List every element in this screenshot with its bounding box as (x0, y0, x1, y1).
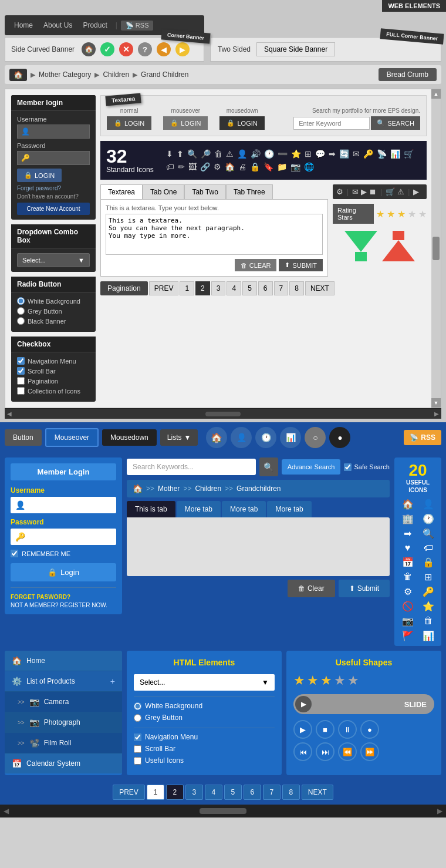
blue-password-input[interactable]: 🔑 (11, 529, 116, 545)
html-radio-input-1[interactable] (134, 702, 141, 710)
username-field[interactable]: 👤 (17, 125, 90, 139)
blue-btn-mouseover[interactable]: Mouseover (45, 428, 99, 447)
checkbox-input-1[interactable] (17, 357, 25, 365)
scroll-thumb[interactable] (433, 237, 440, 260)
toolbar-email-icon[interactable]: ✉ (352, 187, 359, 196)
forget-password-link[interactable]: Forget pasword? (17, 185, 90, 191)
login-btn-normal[interactable]: 🔒 LOGIN (107, 116, 151, 130)
media-btn-play[interactable]: ▶ (293, 720, 312, 739)
shape-star-5[interactable]: ★ (347, 673, 359, 688)
blue-page-3[interactable]: 3 (185, 785, 203, 800)
close-icon[interactable]: ✕ (119, 42, 133, 56)
shape-star-1[interactable]: ★ (293, 673, 305, 688)
toolbar-warning-icon[interactable]: ⚠ (397, 187, 404, 196)
html-select[interactable]: Select... ▼ (134, 674, 275, 691)
check-icon[interactable]: ✓ (100, 42, 114, 56)
blue-btn-button[interactable]: Button (5, 429, 42, 446)
html-check-2[interactable]: Scroll Bar (134, 745, 275, 753)
blue-prev-btn[interactable]: PREV (113, 785, 145, 800)
slide-play-icon[interactable]: ▶ (295, 696, 312, 712)
shape-star-4[interactable]: ★ (334, 673, 346, 688)
register-link[interactable]: NOT A MEMBER? REGISTER NOW. (11, 602, 116, 608)
blue-page-1[interactable]: 1 (147, 785, 164, 800)
star-3[interactable]: ★ (397, 208, 406, 220)
html-check-input-1[interactable] (134, 734, 141, 741)
search-input[interactable] (293, 117, 370, 130)
blue-tab-more-3[interactable]: More tab (267, 501, 311, 517)
star-5[interactable]: ★ (418, 208, 427, 220)
page-2-active[interactable]: 2 (195, 281, 210, 295)
media-btn-record[interactable]: ● (360, 720, 379, 739)
blue-search-input[interactable]: Search Keywords... (127, 459, 256, 475)
check-option-4[interactable]: Collection of Icons (17, 387, 90, 395)
scroll-right-btn[interactable]: ▶ (432, 411, 441, 417)
bottom-scrollbar[interactable]: ◀ ▶ (5, 408, 441, 419)
media-btn-prev[interactable]: ⏮ (293, 742, 312, 761)
blue-tab-this[interactable]: This is tab (127, 501, 175, 517)
blue-page-5[interactable]: 5 (224, 785, 242, 800)
main-textarea[interactable]: This is a textarea. So you can have the … (106, 214, 323, 255)
blue-page-8[interactable]: 8 (282, 785, 300, 800)
blue-clear-btn[interactable]: 🗑 Clear (288, 580, 335, 597)
h-scroll-thumb[interactable] (205, 412, 241, 416)
home-icon[interactable]: 🏠 (82, 42, 96, 56)
clear-button[interactable]: 🗑 CLEAR (235, 259, 277, 271)
check-option-2[interactable]: Scroll Bar (17, 367, 90, 375)
radio-input-2[interactable] (17, 307, 25, 315)
lists-button[interactable]: Lists ▼ (160, 429, 198, 446)
html-radio-2[interactable]: Grey Button (134, 714, 275, 722)
html-check-3[interactable]: Useful Icons (134, 756, 275, 765)
final-scroll-left[interactable]: ◀ (4, 807, 9, 815)
clock-round-btn[interactable]: 🕐 (255, 427, 276, 448)
nav-item-photograph[interactable]: >> 📷 Photograph (5, 712, 122, 733)
final-scroll-right[interactable]: ▶ (437, 807, 442, 815)
html-radio-1[interactable]: White Background (134, 702, 275, 710)
nav-home[interactable]: Home (9, 21, 38, 29)
scroll-left-btn[interactable]: ◀ (5, 411, 14, 417)
password-field[interactable]: 🔑 (17, 151, 90, 165)
toolbar-gear-icon[interactable]: ⚙ (336, 187, 343, 196)
rss-button[interactable]: 📡 RSS (121, 21, 154, 31)
blue-next-btn[interactable]: NEXT (302, 785, 333, 800)
page-3[interactable]: 3 (211, 281, 226, 295)
login-btn-hover[interactable]: 🔒 LOGIN (163, 116, 208, 130)
toolbar-stop-icon[interactable]: ⏹ (369, 187, 377, 196)
scroll-down-btn[interactable]: ▼ (431, 398, 441, 408)
toolbar-arrow-icon[interactable]: ▶ (413, 187, 419, 196)
final-scroll-thumb[interactable] (200, 808, 246, 814)
tab-three[interactable]: Tab Three (226, 184, 273, 199)
circle-round-btn[interactable]: ○ (305, 427, 326, 448)
radio-input-3[interactable] (17, 317, 25, 325)
login-btn-down[interactable]: 🔒 LOGIN (219, 116, 264, 130)
nav-item-calendar[interactable]: 📅 Calendar System (5, 753, 122, 773)
media-btn-pause[interactable]: ⏸ (338, 720, 357, 739)
star-4[interactable]: ★ (408, 208, 416, 220)
nav-item-camera[interactable]: >> 📷 Camera (5, 692, 122, 712)
home-round-btn[interactable]: 🏠 (206, 427, 227, 448)
page-4[interactable]: 4 (227, 281, 241, 295)
media-btn-rewind[interactable]: ⏪ (338, 742, 357, 761)
submit-button[interactable]: ⬆ SUBMIT (279, 259, 323, 271)
blue-page-2-active[interactable]: 2 (166, 785, 184, 800)
blue-page-6[interactable]: 6 (244, 785, 261, 800)
nav-about[interactable]: About Us (39, 21, 77, 29)
radio-option-2[interactable]: Grey Button (17, 307, 90, 315)
page-6[interactable]: 6 (258, 281, 273, 295)
login-button[interactable]: 🔒 LOGIN (17, 169, 62, 182)
radio-option-1[interactable]: White Background (17, 297, 90, 305)
breadcrumb-home-icon[interactable]: 🏠 (9, 69, 27, 81)
advance-search-btn[interactable]: Advance Search (282, 459, 341, 475)
user-round-btn[interactable]: 👤 (231, 427, 252, 448)
html-check-input-2[interactable] (134, 745, 141, 753)
blue-btn-mousedown[interactable]: Mousedown (102, 429, 157, 446)
blue-login-btn[interactable]: 🔒 Login (11, 563, 116, 581)
chart-round-btn[interactable]: 📊 (280, 427, 301, 448)
prev-button[interactable]: PREV (149, 281, 179, 295)
slide-control[interactable]: ▶ SLIDE (293, 694, 434, 714)
radio-input-1[interactable] (17, 297, 25, 305)
toolbar-play-icon[interactable]: ▶ (361, 187, 367, 196)
scroll-up-btn[interactable]: ▲ (431, 89, 441, 99)
blue-page-7[interactable]: 7 (263, 785, 281, 800)
blue-page-4[interactable]: 4 (205, 785, 222, 800)
toolbar-cart-icon[interactable]: 🛒 (386, 187, 395, 196)
